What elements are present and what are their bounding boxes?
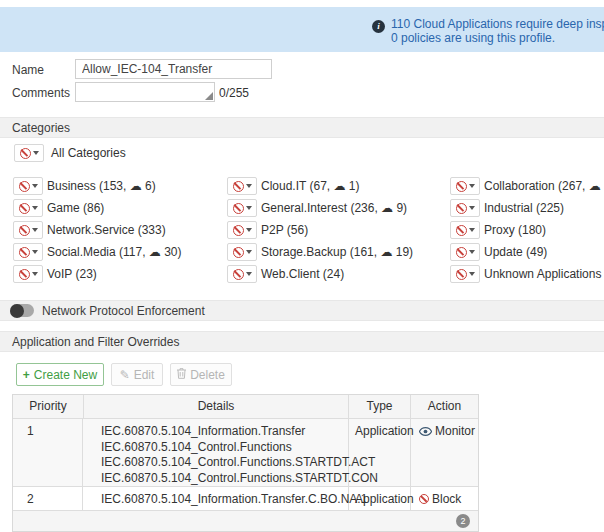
block-icon xyxy=(233,269,244,280)
block-icon xyxy=(456,181,467,192)
detail-line: IEC.60870.5.104_Information.Transfer.C.B… xyxy=(83,492,348,508)
row1-details: IEC.60870.5.104_Information.Transfer IEC… xyxy=(83,419,349,486)
block-icon xyxy=(233,247,244,258)
chevron-down-icon xyxy=(469,250,475,254)
chevron-down-icon xyxy=(246,184,252,188)
category-game-dropdown[interactable] xyxy=(13,199,43,217)
category-storagebackup-dropdown[interactable] xyxy=(227,243,257,261)
comments-textarea[interactable] xyxy=(75,82,215,102)
action-label: Block xyxy=(432,492,461,506)
chevron-down-icon xyxy=(469,206,475,210)
category-generalinterest-label: General.Interest (236, ☁ 9) xyxy=(261,199,407,217)
chevron-down-icon xyxy=(32,184,38,188)
row1-type: Application xyxy=(349,419,411,486)
create-new-button[interactable]: + Create New xyxy=(16,363,104,386)
category-business-dropdown[interactable] xyxy=(13,177,43,195)
edit-label: Edit xyxy=(134,368,155,382)
chevron-down-icon xyxy=(33,151,39,155)
header-type[interactable]: Type xyxy=(349,395,411,418)
network-protocol-label: Network Protocol Enforcement xyxy=(42,304,205,318)
comments-char-counter: 0/255 xyxy=(219,86,249,100)
chevron-down-icon xyxy=(469,272,475,276)
chevron-down-icon xyxy=(246,228,252,232)
block-icon xyxy=(19,269,30,280)
chevron-down-icon xyxy=(32,206,38,210)
category-voip-dropdown[interactable] xyxy=(13,265,43,283)
overrides-section-header: Application and Filter Overrides xyxy=(0,331,604,352)
category-collaboration-dropdown[interactable] xyxy=(450,177,480,195)
category-voip-label: VoIP (23) xyxy=(47,265,97,283)
block-icon xyxy=(19,247,30,258)
category-proxy-label: Proxy (180) xyxy=(484,221,546,239)
category-game-label: Game (86) xyxy=(47,199,104,217)
category-unknown-dropdown[interactable] xyxy=(450,265,480,283)
all-categories-label: All Categories xyxy=(51,144,126,162)
category-storagebackup-label: Storage.Backup (161, ☁ 19) xyxy=(261,243,413,261)
block-icon xyxy=(233,203,244,214)
chevron-down-icon xyxy=(469,228,475,232)
info-banner: i 110 Cloud Applications require deep in… xyxy=(0,7,604,52)
create-new-label: Create New xyxy=(34,368,97,382)
category-p2p-label: P2P (56) xyxy=(261,221,308,239)
category-business-label: Business (153, ☁ 6) xyxy=(47,177,156,195)
delete-label: Delete xyxy=(190,368,225,382)
table-row[interactable]: 1 IEC.60870.5.104_Information.Transfer I… xyxy=(13,419,478,487)
info-banner-line1: 110 Cloud Applications require deep insp… xyxy=(391,17,604,31)
category-socialmedia-dropdown[interactable] xyxy=(13,243,43,261)
detail-line: IEC.60870.5.104_Control.Functions.STARTD… xyxy=(83,471,348,487)
category-proxy-dropdown[interactable] xyxy=(450,221,480,239)
category-unknown-label: Unknown Applications xyxy=(484,265,601,283)
category-generalinterest-dropdown[interactable] xyxy=(227,199,257,217)
table-header-row: Priority Details Type Action xyxy=(13,395,478,419)
block-icon xyxy=(419,494,429,504)
block-icon xyxy=(19,225,30,236)
category-update-dropdown[interactable] xyxy=(450,243,480,261)
header-details[interactable]: Details xyxy=(83,395,349,418)
block-icon xyxy=(456,203,467,214)
category-socialmedia-label: Social.Media (117, ☁ 30) xyxy=(47,243,182,261)
edit-button[interactable]: ✎ Edit xyxy=(111,363,163,386)
trash-icon xyxy=(177,368,186,382)
header-priority[interactable]: Priority xyxy=(13,395,83,418)
delete-button[interactable]: Delete xyxy=(170,363,232,386)
network-protocol-toggle[interactable] xyxy=(10,304,34,317)
detail-line: IEC.60870.5.104_Information.Transfer xyxy=(83,424,348,440)
table-footer: 2 xyxy=(13,511,478,531)
resize-handle-icon[interactable] xyxy=(205,92,213,100)
overrides-table: Priority Details Type Action 1 IEC.60870… xyxy=(12,394,479,532)
category-industrial-label: Industrial (225) xyxy=(484,199,564,217)
category-webclient-dropdown[interactable] xyxy=(227,265,257,283)
chevron-down-icon xyxy=(246,272,252,276)
categories-section-header: Categories xyxy=(0,117,604,138)
header-action[interactable]: Action xyxy=(411,395,478,418)
block-icon xyxy=(20,148,31,159)
app-control-profile-page: i 110 Cloud Applications require deep in… xyxy=(0,0,604,532)
table-row[interactable]: 2 IEC.60870.5.104_Information.Transfer.C… xyxy=(13,487,478,511)
plus-icon: + xyxy=(23,368,30,382)
block-icon xyxy=(19,203,30,214)
category-industrial-dropdown[interactable] xyxy=(450,199,480,217)
name-input[interactable] xyxy=(75,59,272,79)
row-count-badge: 2 xyxy=(456,514,470,528)
row2-details: IEC.60870.5.104_Information.Transfer.C.B… xyxy=(83,487,349,510)
block-icon xyxy=(456,225,467,236)
category-p2p-dropdown[interactable] xyxy=(227,221,257,239)
block-icon xyxy=(456,269,467,280)
row2-priority: 2 xyxy=(13,487,83,510)
block-icon xyxy=(19,181,30,192)
info-banner-text: 110 Cloud Applications require deep insp… xyxy=(391,17,604,45)
eye-icon xyxy=(419,425,432,439)
category-cloudit-label: Cloud.IT (67, ☁ 1) xyxy=(261,177,359,195)
row1-action: Monitor xyxy=(411,419,478,486)
chevron-down-icon xyxy=(469,184,475,188)
pencil-icon: ✎ xyxy=(120,368,130,382)
detail-line: IEC.60870.5.104_Control.Functions xyxy=(83,440,348,456)
category-cloudit-dropdown[interactable] xyxy=(227,177,257,195)
row2-type: Application xyxy=(349,487,411,510)
info-icon: i xyxy=(372,20,385,33)
chevron-down-icon xyxy=(246,206,252,210)
category-update-label: Update (49) xyxy=(484,243,547,261)
category-networkservice-dropdown[interactable] xyxy=(13,221,43,239)
row2-action: Block xyxy=(411,487,478,510)
all-categories-action-dropdown[interactable] xyxy=(14,144,44,162)
